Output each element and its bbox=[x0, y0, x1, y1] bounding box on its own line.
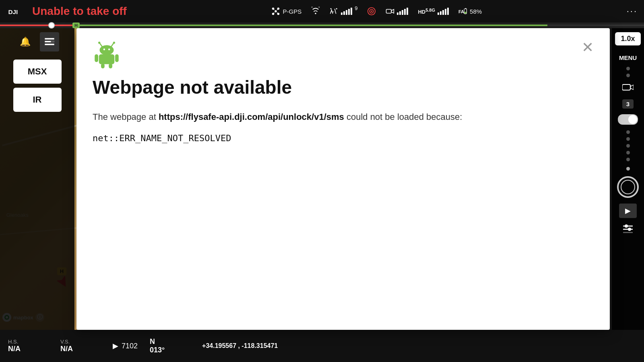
shutter-inner bbox=[621, 180, 635, 194]
svg-point-34 bbox=[108, 49, 110, 50]
dot-active bbox=[626, 167, 630, 171]
signal-num: 9 bbox=[355, 5, 357, 11]
svg-point-15 bbox=[371, 10, 373, 12]
svg-rect-40 bbox=[622, 84, 630, 90]
signal-bars bbox=[341, 8, 352, 15]
flight-id: ▶ 7102 bbox=[113, 341, 138, 350]
hd-badge: HD5.8G bbox=[418, 8, 435, 15]
vs-value: N/A bbox=[60, 345, 101, 353]
dot-6 bbox=[626, 151, 630, 154]
wifi-icon bbox=[311, 7, 320, 16]
slider-bar: H bbox=[0, 23, 644, 28]
battery-indicator: FA 58% bbox=[458, 7, 482, 16]
menu-label: MENU bbox=[619, 54, 637, 61]
svg-rect-38 bbox=[101, 64, 105, 68]
hd-signal: HD5.8G bbox=[418, 8, 449, 15]
svg-rect-36 bbox=[95, 54, 98, 62]
svg-point-1 bbox=[275, 10, 277, 12]
svg-point-11 bbox=[330, 8, 332, 9]
target-icon bbox=[367, 7, 376, 16]
svg-point-45 bbox=[628, 228, 631, 231]
dot-3 bbox=[626, 130, 630, 134]
right-dots-2 bbox=[626, 130, 630, 161]
dot-4 bbox=[626, 137, 630, 141]
vs-label: V.S. bbox=[60, 339, 101, 345]
warning-text: Unable to take off bbox=[32, 5, 127, 18]
svg-point-10 bbox=[315, 13, 316, 14]
dot-2 bbox=[626, 74, 630, 77]
right-dots bbox=[626, 67, 630, 77]
svg-text:FA: FA bbox=[458, 9, 464, 14]
left-sidebar: 🔔 MSX IR bbox=[0, 28, 74, 362]
dot-5 bbox=[626, 144, 630, 148]
ir-button[interactable]: IR bbox=[13, 88, 62, 112]
gps-indicator: P-GPS bbox=[271, 7, 301, 16]
menu-icon[interactable] bbox=[40, 32, 59, 51]
sensor-indicator bbox=[367, 7, 376, 16]
slider-thumb[interactable] bbox=[48, 22, 55, 29]
controller-signal: 9 bbox=[330, 7, 357, 16]
svg-rect-23 bbox=[45, 44, 54, 45]
controller-icon bbox=[330, 7, 339, 16]
svg-point-30 bbox=[98, 42, 100, 44]
north-label: N bbox=[150, 337, 190, 346]
toggle-knob bbox=[628, 115, 637, 124]
top-bar: DJI Unable to take off P-GPS bbox=[0, 0, 644, 23]
webpage-not-available-modal: ✕ Webpage not available The webpage at h… bbox=[76, 28, 610, 330]
gps-label: P-GPS bbox=[283, 8, 301, 15]
more-menu-dots[interactable]: ··· bbox=[627, 6, 638, 16]
svg-rect-21 bbox=[45, 38, 54, 40]
shutter-button[interactable] bbox=[617, 176, 639, 198]
dji-logo: DJI bbox=[6, 3, 26, 19]
sliders-icon[interactable] bbox=[622, 224, 634, 235]
svg-point-8 bbox=[272, 13, 275, 15]
video-signal-bars bbox=[397, 8, 408, 15]
bottom-bar: H.S. N/A V.S. N/A ▶ 7102 N 013° +34.1955… bbox=[0, 330, 644, 362]
svg-point-32 bbox=[100, 45, 114, 55]
hs-label: H.S. bbox=[8, 339, 48, 345]
hd-signal-bars bbox=[438, 8, 449, 15]
camera-icon[interactable] bbox=[622, 83, 634, 94]
modal-body-prefix: The webpage at bbox=[93, 112, 159, 122]
play-indicator: ▶ bbox=[113, 341, 118, 350]
camera-signal-icon bbox=[386, 7, 394, 16]
svg-rect-19 bbox=[464, 12, 466, 14]
coordinates: +34.195567 , -118.315471 bbox=[202, 342, 278, 350]
modal-url: https://flysafe-api.dji.com/api/unlock/v… bbox=[159, 112, 344, 122]
zoom-button[interactable]: 1.0x bbox=[615, 32, 640, 45]
vertical-speed: V.S. N/A bbox=[60, 339, 101, 353]
battery-pct: 58% bbox=[470, 8, 482, 15]
slider-h-badge: H bbox=[72, 23, 80, 28]
horizontal-speed: H.S. N/A bbox=[8, 339, 48, 353]
svg-point-33 bbox=[103, 49, 105, 50]
svg-rect-16 bbox=[386, 9, 392, 13]
svg-rect-35 bbox=[99, 54, 115, 64]
svg-rect-24 bbox=[51, 41, 54, 43]
heading-value: 013° bbox=[150, 346, 190, 354]
wifi-indicator bbox=[311, 7, 320, 16]
bell-icon[interactable]: 🔔 bbox=[16, 32, 35, 51]
modal-error-code: net::ERR_NAME_NOT_RESOLVED bbox=[93, 133, 594, 143]
slider-track bbox=[0, 25, 644, 26]
menu-lines-icon bbox=[44, 36, 55, 47]
svg-line-29 bbox=[111, 43, 114, 47]
top-center-icons: P-GPS bbox=[127, 7, 627, 16]
svg-point-31 bbox=[113, 42, 115, 44]
svg-rect-37 bbox=[115, 54, 119, 62]
svg-point-9 bbox=[277, 13, 280, 15]
modal-body-suffix: could not be loaded because: bbox=[344, 112, 462, 122]
svg-rect-20 bbox=[465, 8, 466, 9]
drone-icon bbox=[271, 7, 280, 16]
svg-rect-39 bbox=[109, 64, 112, 68]
heading-info: N 013° bbox=[150, 337, 190, 354]
top-right: ··· bbox=[627, 6, 638, 16]
msx-button[interactable]: MSX bbox=[13, 60, 62, 84]
mode-toggle[interactable] bbox=[618, 114, 638, 125]
photo-count-badge: 3 bbox=[622, 99, 634, 109]
play-button[interactable]: ▶ bbox=[619, 204, 637, 218]
coord-value: +34.195567 , -118.315471 bbox=[202, 342, 278, 350]
svg-point-44 bbox=[625, 224, 628, 228]
left-top-icons: 🔔 bbox=[16, 32, 59, 51]
modal-close-button[interactable]: ✕ bbox=[582, 40, 594, 55]
svg-text:DJI: DJI bbox=[8, 8, 18, 15]
